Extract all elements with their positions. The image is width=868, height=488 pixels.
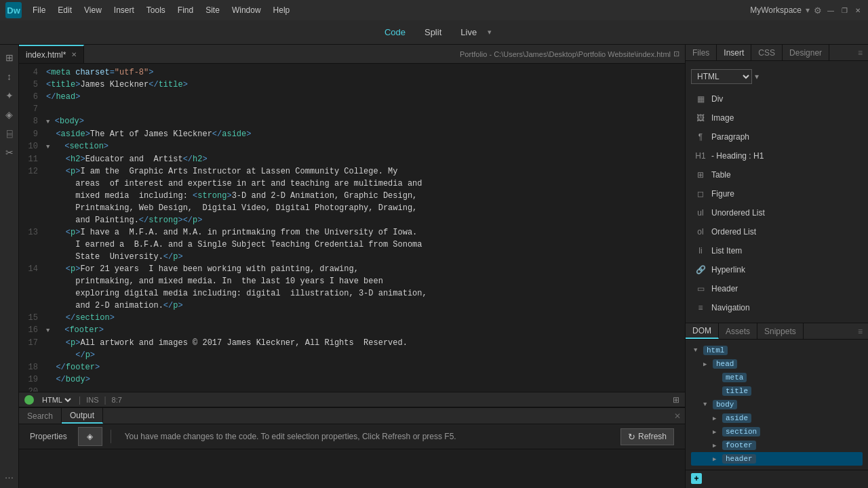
- code-line[interactable]: </p>: [19, 349, 685, 361]
- dom-node-html[interactable]: ▼html: [691, 344, 863, 357]
- code-line[interactable]: 7: [19, 103, 685, 115]
- live-dropdown-arrow[interactable]: ▾: [488, 28, 492, 37]
- dom-icon[interactable]: ⌸: [2, 126, 17, 141]
- menu-item-window[interactable]: Window: [226, 3, 267, 18]
- assets-icon[interactable]: ◈: [2, 107, 17, 122]
- refresh-button[interactable]: ↻ Refresh: [620, 428, 674, 445]
- menu-item-view[interactable]: View: [79, 3, 107, 18]
- file-tab[interactable]: index.html* ✕: [19, 45, 84, 63]
- code-line[interactable]: 5<title>James Kleckner</title>: [19, 79, 685, 91]
- insert-item-figure[interactable]: ◻Figure: [686, 184, 868, 203]
- snippets-icon[interactable]: ✂: [2, 145, 17, 160]
- dom-panel-btn[interactable]: ≡: [852, 327, 868, 336]
- insert-tab[interactable]: Insert: [717, 45, 751, 60]
- insert-item-image[interactable]: 🖼Image: [686, 108, 868, 127]
- files-tab-vis[interactable]: Files: [686, 45, 717, 60]
- code-line[interactable]: 14 <p>For 21 years I have been working w…: [19, 263, 685, 275]
- code-line[interactable]: and Painting.</strong></p>: [19, 214, 685, 226]
- dom-node-title[interactable]: title: [691, 384, 863, 398]
- code-line[interactable]: 20: [19, 386, 685, 392]
- snippets-tab[interactable]: Snippets: [757, 323, 804, 339]
- split-view-button[interactable]: Split: [416, 24, 450, 40]
- more-icon[interactable]: …: [2, 468, 17, 483]
- menu-item-help[interactable]: Help: [268, 3, 296, 18]
- tab-close-btn[interactable]: ✕: [71, 51, 77, 58]
- dom-node-arrow[interactable]: ▼: [703, 401, 711, 408]
- code-line[interactable]: 8▼ <body>: [19, 115, 685, 128]
- insert-item-div[interactable]: ▦Div: [686, 89, 868, 108]
- dom-tab[interactable]: DOM: [686, 323, 719, 339]
- code-line[interactable]: 9 <aside>The Art of James Kleckner</asid…: [19, 128, 685, 140]
- insert-item-list-item[interactable]: liList Item: [686, 241, 868, 260]
- menu-item-find[interactable]: Find: [172, 3, 199, 18]
- designer-tab[interactable]: Designer: [783, 45, 829, 60]
- dom-node-meta[interactable]: meta: [691, 371, 863, 384]
- code-line[interactable]: printmaking, and mixed media. In the las…: [19, 275, 685, 287]
- output-tab[interactable]: Output: [62, 408, 103, 424]
- code-line[interactable]: areas of interest and expertise in art a…: [19, 178, 685, 190]
- code-line[interactable]: State University.</p>: [19, 251, 685, 263]
- code-line[interactable]: 11 <h2>Educator and Artist</h2>: [19, 153, 685, 165]
- search-tab[interactable]: Search: [19, 408, 62, 424]
- collapse-arrow[interactable]: ▼: [46, 119, 54, 125]
- menu-item-insert[interactable]: Insert: [108, 3, 140, 18]
- code-line[interactable]: and 2-D animation.</p>: [19, 300, 685, 312]
- menu-item-tools[interactable]: Tools: [141, 3, 171, 18]
- menu-item-site[interactable]: Site: [200, 3, 225, 18]
- insert-item-navigation[interactable]: ≡Navigation: [686, 298, 868, 317]
- dom-node-arrow[interactable]: ▼: [694, 347, 702, 354]
- code-line[interactable]: 12 <p>I am the Graphic Arts Instructor a…: [19, 165, 685, 178]
- dom-node-arrow[interactable]: ▶: [713, 415, 721, 422]
- code-view-button[interactable]: Code: [376, 24, 414, 40]
- settings-icon[interactable]: ⚙: [814, 5, 822, 16]
- code-line[interactable]: mixed media including: <strong>3-D and 2…: [19, 190, 685, 202]
- code-line[interactable]: 6</head>: [19, 91, 685, 103]
- live-view-button[interactable]: Live: [452, 24, 485, 40]
- code-line[interactable]: exploring digital media including: digit…: [19, 287, 685, 300]
- code-line[interactable]: 17 <p>All artwork and images © 2017 Jame…: [19, 337, 685, 349]
- insert-item-ordered-list[interactable]: olOrdered List: [686, 222, 868, 241]
- path-icon[interactable]: ⊡: [673, 49, 679, 58]
- code-line[interactable]: 18 </footer>: [19, 361, 685, 373]
- insert-item-paragraph[interactable]: ¶Paragraph: [686, 127, 868, 146]
- insert-item-hyperlink[interactable]: 🔗Hyperlink: [686, 260, 868, 279]
- restore-btn[interactable]: ❐: [840, 5, 849, 15]
- code-line[interactable]: I earned a B.F.A. and a Single Subject T…: [19, 239, 685, 251]
- minimize-btn[interactable]: —: [826, 5, 835, 15]
- dom-node-section[interactable]: ▶section: [691, 425, 863, 439]
- dom-node-head[interactable]: ▶head: [691, 357, 863, 371]
- html-category-select[interactable]: HTML: [691, 69, 752, 84]
- dom-node-header[interactable]: ▶header: [691, 452, 863, 466]
- language-select[interactable]: HTML: [39, 395, 73, 405]
- insert-icon[interactable]: ↕: [2, 69, 17, 84]
- dom-add-button[interactable]: +: [691, 473, 702, 484]
- collapse-arrow[interactable]: ▼: [46, 327, 54, 334]
- dom-node-footer[interactable]: ▶footer: [691, 439, 863, 452]
- insert-item-unordered-list[interactable]: ulUnordered List: [686, 203, 868, 222]
- close-btn[interactable]: ✕: [853, 5, 863, 15]
- css-icon[interactable]: ✦: [2, 88, 17, 103]
- insert-item-table[interactable]: ⊞Table: [686, 165, 868, 184]
- dom-node-arrow[interactable]: ▶: [713, 455, 721, 463]
- code-editor[interactable]: 4<meta charset="utf-8">5<title>James Kle…: [19, 64, 685, 392]
- dom-node-arrow[interactable]: ▶: [713, 428, 721, 436]
- code-line[interactable]: 16▼ <footer>: [19, 324, 685, 337]
- collapse-arrow[interactable]: ▼: [46, 144, 54, 150]
- dom-node-arrow[interactable]: ▶: [703, 361, 711, 368]
- code-line[interactable]: Printmaking, Web Design, Digital Video, …: [19, 202, 685, 214]
- code-line[interactable]: 15 </section>: [19, 312, 685, 324]
- dom-node-arrow[interactable]: ▶: [713, 442, 721, 449]
- insert-item---heading--h1[interactable]: H1- Heading : H1: [686, 146, 868, 165]
- expand-icon[interactable]: ⊞: [673, 395, 679, 405]
- workspace-chevron[interactable]: ▾: [806, 5, 810, 15]
- bottom-panel-toggle[interactable]: ✕: [674, 411, 685, 421]
- dom-node-aside[interactable]: ▶aside: [691, 411, 863, 425]
- code-line[interactable]: 19 </body>: [19, 373, 685, 386]
- files-icon[interactable]: ⊞: [2, 50, 17, 65]
- menu-item-file[interactable]: File: [27, 3, 51, 18]
- right-panel-btn[interactable]: ≡: [852, 48, 868, 58]
- menu-item-edit[interactable]: Edit: [52, 3, 77, 18]
- code-line[interactable]: 4<meta charset="utf-8">: [19, 66, 685, 79]
- dom-node-body[interactable]: ▼body: [691, 398, 863, 411]
- code-view-toggle[interactable]: ◈: [78, 427, 102, 446]
